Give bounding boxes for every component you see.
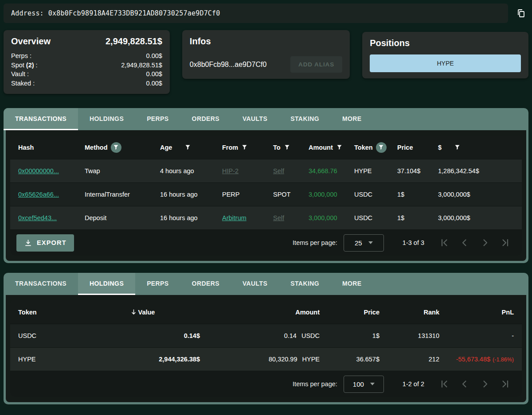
col-usd: $	[438, 144, 514, 151]
tx-token: HYPE	[354, 167, 397, 175]
tx-price: 1$	[397, 214, 438, 221]
tx-hash-link[interactable]: 0x00000000...	[18, 167, 59, 175]
paginator	[434, 375, 516, 393]
holding-row: HYPE 2,944,326.38$ 80,320.99 HYPE 36.657…	[10, 347, 522, 371]
overview-row-vault: Vault : 0.00$	[11, 70, 162, 79]
tab-vaults[interactable]: VAULTS	[231, 273, 279, 295]
holding-rank: 131310	[379, 332, 439, 339]
tab-transactions[interactable]: TRANSACTIONS	[4, 273, 78, 295]
holdings-tabbar: TRANSACTIONS HOLDINGS PERPS ORDERS VAULT…	[4, 273, 528, 295]
token-filter-icon[interactable]	[376, 142, 387, 153]
next-page-button[interactable]	[475, 234, 495, 252]
tab-perps[interactable]: PERPS	[135, 108, 180, 130]
tx-usd: 3,000,000$	[438, 191, 514, 198]
tx-token: USDC	[354, 191, 397, 198]
col-amount: Amount	[200, 309, 320, 316]
overview-title: Overview	[11, 36, 51, 47]
holding-value: 2,944,326.38$	[85, 356, 200, 363]
col-rank: Rank	[379, 309, 439, 316]
first-page-button[interactable]	[434, 234, 454, 252]
tx-price: 37.104$	[397, 167, 438, 175]
amount-filter-icon[interactable]	[336, 144, 343, 151]
tx-amount: 3,000,000	[309, 214, 354, 221]
last-page-button[interactable]	[495, 375, 516, 393]
to-filter-icon[interactable]	[284, 144, 290, 151]
page-range: 1-3 of 3	[403, 239, 424, 246]
tab-perps[interactable]: PERPS	[135, 273, 180, 295]
tab-orders[interactable]: ORDERS	[180, 273, 231, 295]
holding-price: 36.657$	[320, 356, 379, 363]
address-bar: Address: 0x8b0Fcb98918A4E733DB921AD80730…	[4, 4, 508, 23]
tab-holdings[interactable]: HOLDINGS	[78, 108, 135, 130]
spot-value: 2,949,828.51$	[121, 61, 162, 70]
tab-staking[interactable]: STAKING	[279, 273, 331, 295]
previous-page-button[interactable]	[454, 234, 475, 252]
positions-title: Positions	[370, 38, 521, 48]
page-size-select[interactable]: 25	[344, 234, 384, 252]
vault-value: 0.00$	[146, 70, 162, 79]
usd-filter-icon[interactable]	[454, 144, 461, 151]
tx-amount: 34,668.76	[309, 167, 354, 175]
first-page-button[interactable]	[434, 375, 454, 393]
perps-label: Perps :	[11, 51, 31, 61]
holdings-header-row: Token Value Amount Price Rank PnL	[10, 300, 522, 324]
staked-label: Staked :	[11, 79, 35, 88]
holding-amount: 80,320.99 HYPE	[200, 356, 320, 363]
col-value[interactable]: Value	[85, 308, 200, 316]
tx-to-link[interactable]: Self	[273, 167, 284, 175]
export-button[interactable]: EXPORT	[16, 234, 74, 252]
tx-from-link[interactable]: HIP-2	[222, 167, 239, 175]
tab-vaults[interactable]: VAULTS	[231, 108, 279, 130]
overview-row-staked: Staked : 0.00$	[11, 79, 162, 88]
page-range: 1-2 of 2	[403, 380, 424, 388]
position-hype-button[interactable]: HYPE	[370, 54, 521, 72]
tab-orders[interactable]: ORDERS	[180, 108, 231, 130]
infos-title: Infos	[190, 36, 342, 47]
transaction-row: 0xcef5ed43... Deposit 16 hours ago Arbit…	[10, 206, 522, 229]
age-filter-icon[interactable]	[184, 144, 191, 151]
tab-staking[interactable]: STAKING	[279, 108, 331, 130]
tab-holdings[interactable]: HOLDINGS	[78, 273, 135, 295]
transactions-header-row: Hash Method Age From To	[10, 136, 522, 159]
holdings-body: Token Value Amount Price Rank PnL USDC	[6, 295, 526, 402]
tx-hash-link[interactable]: 0x65626a66...	[18, 191, 59, 198]
chevron-down-icon	[370, 383, 375, 385]
overview-row-perps: Perps : 0.00$	[11, 51, 162, 61]
tx-hash-link[interactable]: 0xcef5ed43...	[18, 214, 57, 221]
col-method: Method	[85, 142, 160, 153]
holding-amount: 0.14 USDC	[200, 332, 320, 339]
next-page-button[interactable]	[475, 375, 495, 393]
tx-to-link[interactable]: Self	[273, 214, 284, 221]
holdings-footer: Items per page: 100 1-2 of 2	[10, 371, 522, 397]
infos-card: Infos 0x8b0Fcb98...ae9D7Cf0 ADD ALIAS	[182, 30, 350, 79]
page-size-select[interactable]: 100	[344, 376, 384, 393]
method-filter-icon[interactable]	[111, 142, 121, 153]
last-page-button[interactable]	[495, 234, 516, 252]
previous-page-button[interactable]	[454, 375, 475, 393]
tx-method: Twap	[85, 167, 160, 175]
tx-token: USDC	[354, 214, 397, 221]
tab-more[interactable]: MORE	[331, 273, 373, 295]
transactions-tabbar: TRANSACTIONS HOLDINGS PERPS ORDERS VAULT…	[4, 108, 528, 130]
items-per-page-label: Items per page:	[293, 380, 337, 388]
col-token: Token	[354, 142, 397, 153]
col-amount: Amount	[309, 144, 354, 151]
tx-age: 16 hours ago	[160, 214, 222, 221]
add-alias-button[interactable]: ADD ALIAS	[290, 56, 342, 73]
transactions-footer: EXPORT Items per page: 25 1-3 of 3	[10, 229, 522, 256]
transaction-row: 0x00000000... Twap 4 hours ago HIP-2 Sel…	[10, 159, 522, 182]
from-filter-icon[interactable]	[241, 144, 248, 151]
holding-price: 1$	[320, 332, 379, 339]
staked-value: 0.00$	[146, 79, 162, 88]
tx-age: 4 hours ago	[160, 167, 222, 175]
transactions-table: Hash Method Age From To	[10, 136, 522, 256]
tab-transactions[interactable]: TRANSACTIONS	[4, 108, 78, 130]
items-per-page-label: Items per page:	[293, 239, 337, 246]
tx-from-link[interactable]: Arbitrum	[222, 214, 246, 221]
infos-address-short: 0x8b0Fcb98...ae9D7Cf0	[190, 61, 266, 69]
tab-more[interactable]: MORE	[331, 108, 373, 130]
copy-address-button[interactable]	[513, 6, 528, 21]
tx-from: PERP	[222, 191, 273, 198]
address-value: 0x8b0Fcb98918A4E733DB921AD80730257ae9D7C…	[48, 9, 220, 17]
holding-row: USDC 0.14$ 0.14 USDC 1$ 131310 -	[10, 324, 522, 347]
